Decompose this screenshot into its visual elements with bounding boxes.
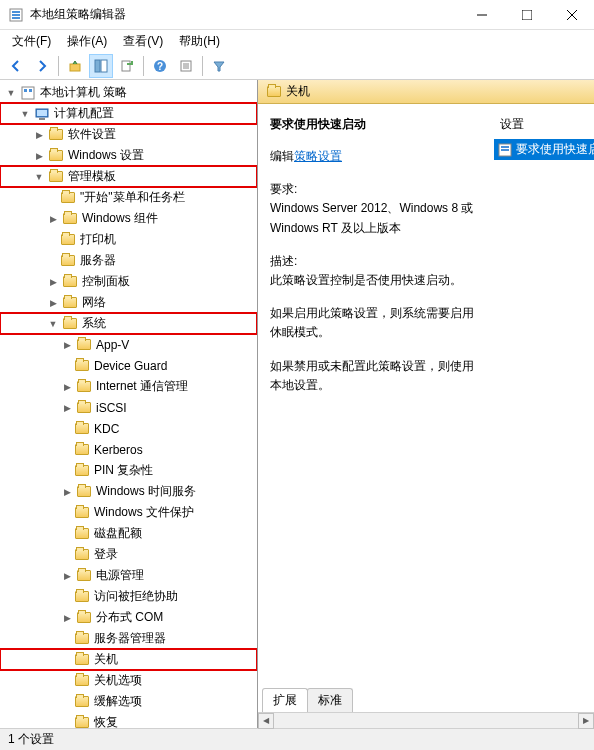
chevron-right-icon[interactable]: ▶: [60, 485, 74, 499]
tree-windows-settings[interactable]: ▶ Windows 设置: [0, 145, 257, 166]
tree-label: Kerberos: [94, 443, 143, 457]
settings-list-item[interactable]: 要求使用快速启: [494, 139, 594, 160]
back-button[interactable]: [4, 54, 28, 78]
tree-computer-config[interactable]: ▼ 计算机配置: [0, 103, 257, 124]
tree-label: 访问被拒绝协助: [94, 588, 178, 605]
menu-file[interactable]: 文件(F): [4, 31, 59, 52]
policy-title: 要求使用快速启动: [270, 116, 480, 133]
edit-policy-link[interactable]: 策略设置: [294, 149, 342, 163]
chevron-right-icon[interactable]: ▶: [46, 296, 60, 310]
tree-system[interactable]: ▼ 系统: [0, 313, 257, 334]
app-icon: [8, 7, 24, 23]
chevron-down-icon[interactable]: ▼: [4, 86, 18, 100]
chevron-right-icon[interactable]: ▶: [32, 149, 46, 163]
properties-button[interactable]: [174, 54, 198, 78]
folder-icon: [74, 694, 90, 710]
tree-windows-components[interactable]: ▶ Windows 组件: [0, 208, 257, 229]
tree-access-denied[interactable]: 访问被拒绝协助: [0, 586, 257, 607]
chevron-right-icon[interactable]: ▶: [60, 338, 74, 352]
tree-label: 管理模板: [68, 168, 116, 185]
tree-network[interactable]: ▶ 网络: [0, 292, 257, 313]
help-button[interactable]: ?: [148, 54, 172, 78]
menu-view[interactable]: 查看(V): [115, 31, 171, 52]
description-label: 描述:: [270, 252, 480, 271]
tab-extended[interactable]: 扩展: [262, 688, 308, 712]
tree-server[interactable]: 服务器: [0, 250, 257, 271]
folder-icon: [76, 610, 92, 626]
tree-appv[interactable]: ▶ App-V: [0, 334, 257, 355]
tree-printer[interactable]: 打印机: [0, 229, 257, 250]
detail-panel: 关机 要求使用快速启动 编辑策略设置 要求: Windows Server 20…: [258, 80, 594, 728]
tree-label: 磁盘配额: [94, 525, 142, 542]
tree-power-mgmt[interactable]: ▶ 电源管理: [0, 565, 257, 586]
menu-action[interactable]: 操作(A): [59, 31, 115, 52]
minimize-button[interactable]: [459, 0, 504, 29]
tree-dcom[interactable]: ▶ 分布式 COM: [0, 607, 257, 628]
tree-kerberos[interactable]: Kerberos: [0, 439, 257, 460]
scroll-right-button[interactable]: ▶: [578, 713, 594, 729]
chevron-right-icon[interactable]: ▶: [46, 275, 60, 289]
tree-panel[interactable]: ▼ 本地计算机 策略 ▼ 计算机配置 ▶ 软件设置 ▶ Windows 设置 ▼…: [0, 80, 258, 728]
close-button[interactable]: [549, 0, 594, 29]
chevron-right-icon[interactable]: ▶: [46, 212, 60, 226]
tree-label: 软件设置: [68, 126, 116, 143]
tree-windows-file-protect[interactable]: Windows 文件保护: [0, 502, 257, 523]
tree-shutdown[interactable]: 关机: [0, 649, 257, 670]
tree-label: 服务器管理器: [94, 630, 166, 647]
tree-logon[interactable]: 登录: [0, 544, 257, 565]
folder-icon: [48, 127, 64, 143]
tree-windows-time[interactable]: ▶ Windows 时间服务: [0, 481, 257, 502]
forward-button[interactable]: [30, 54, 54, 78]
chevron-down-icon[interactable]: ▼: [32, 170, 46, 184]
tree-server-mgr[interactable]: 服务器管理器: [0, 628, 257, 649]
tree-iscsi[interactable]: ▶ iSCSI: [0, 397, 257, 418]
show-hide-tree-button[interactable]: [89, 54, 113, 78]
folder-icon: [266, 84, 282, 100]
statusbar-text: 1 个设置: [8, 731, 54, 748]
tree-label: 分布式 COM: [96, 609, 163, 626]
tree-label: "开始"菜单和任务栏: [80, 189, 185, 206]
scroll-left-button[interactable]: ◀: [258, 713, 274, 729]
folder-icon: [74, 442, 90, 458]
filter-button[interactable]: [207, 54, 231, 78]
tree-recovery[interactable]: 恢复: [0, 712, 257, 728]
tree-mitigation-options[interactable]: 缓解选项: [0, 691, 257, 712]
maximize-button[interactable]: [504, 0, 549, 29]
tree-label: 打印机: [80, 231, 116, 248]
chevron-right-icon[interactable]: ▶: [60, 380, 74, 394]
chevron-right-icon[interactable]: ▶: [32, 128, 46, 142]
folder-icon: [76, 379, 92, 395]
tree-admin-templates[interactable]: ▼ 管理模板: [0, 166, 257, 187]
tree-control-panel[interactable]: ▶ 控制面板: [0, 271, 257, 292]
tree-device-guard[interactable]: Device Guard: [0, 355, 257, 376]
tree-kdc[interactable]: KDC: [0, 418, 257, 439]
tree-pin-complexity[interactable]: PIN 复杂性: [0, 460, 257, 481]
chevron-down-icon[interactable]: ▼: [18, 107, 32, 121]
toolbar-separator: [202, 56, 203, 76]
tree-label: 服务器: [80, 252, 116, 269]
tab-standard[interactable]: 标准: [307, 688, 353, 712]
chevron-right-icon[interactable]: ▶: [60, 401, 74, 415]
folder-icon: [76, 337, 92, 353]
tree-software-settings[interactable]: ▶ 软件设置: [0, 124, 257, 145]
tree-shutdown-options[interactable]: 关机选项: [0, 670, 257, 691]
detail-header-text: 关机: [286, 83, 310, 100]
tree-disk-quota[interactable]: 磁盘配额: [0, 523, 257, 544]
export-button[interactable]: [115, 54, 139, 78]
horizontal-scrollbar[interactable]: ◀ ▶: [258, 712, 594, 728]
chevron-down-icon[interactable]: ▼: [46, 317, 60, 331]
menu-help[interactable]: 帮助(H): [171, 31, 228, 52]
chevron-right-icon[interactable]: ▶: [60, 611, 74, 625]
menubar: 文件(F) 操作(A) 查看(V) 帮助(H): [0, 30, 594, 52]
tree-internet-comm[interactable]: ▶ Internet 通信管理: [0, 376, 257, 397]
svg-rect-25: [501, 146, 509, 148]
tree-root[interactable]: ▼ 本地计算机 策略: [0, 82, 257, 103]
toolbar-separator: [143, 56, 144, 76]
tree-label: 缓解选项: [94, 693, 142, 710]
up-button[interactable]: [63, 54, 87, 78]
tree-label: Device Guard: [94, 359, 167, 373]
policy-item-icon: [498, 143, 512, 157]
tree-start-menu[interactable]: "开始"菜单和任务栏: [0, 187, 257, 208]
chevron-right-icon[interactable]: ▶: [60, 569, 74, 583]
folder-icon: [74, 358, 90, 374]
